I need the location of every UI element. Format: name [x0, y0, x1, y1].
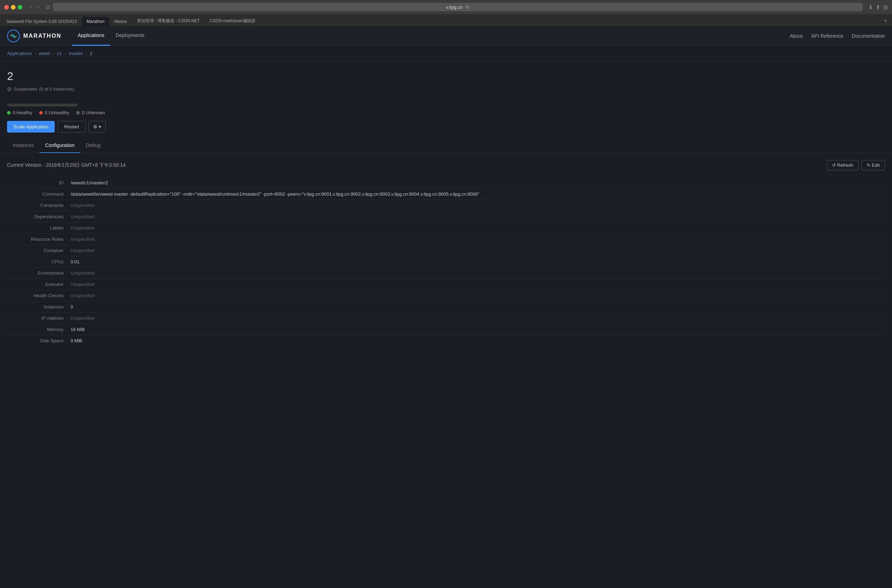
config-key: Health Checks [7, 293, 71, 298]
config-key: Dependencies [7, 214, 71, 219]
config-row: ExecutorUnspecified [7, 279, 885, 290]
breadcrumb-sep-2: › [53, 51, 54, 56]
config-key: Labels [7, 225, 71, 231]
minimize-button[interactable] [11, 5, 15, 9]
tab-configuration[interactable]: Configuration [39, 138, 80, 153]
browser-tab-1[interactable]: Marathon [81, 17, 109, 26]
refresh-button[interactable]: ↺ Refresh [827, 160, 859, 170]
fullscreen-button[interactable] [18, 5, 22, 9]
config-row: IP AddressUnspecified [7, 313, 885, 324]
config-row: Resource RolesUnspecified [7, 234, 885, 245]
config-key: Instances [7, 304, 71, 309]
app-logo: MARATHON [7, 30, 62, 42]
healthy-indicator: 0 Healthy [7, 110, 32, 115]
config-row: Instances0 [7, 302, 885, 313]
config-action-buttons: ↺ Refresh ✎ Edit [827, 160, 885, 170]
gear-icon: ⚙ [93, 124, 98, 129]
config-row: Health ChecksUnspecified [7, 290, 885, 302]
window-toggle-button[interactable]: ⊡ [46, 4, 50, 10]
breadcrumb-c1[interactable]: c1 [57, 51, 62, 56]
nav-applications[interactable]: Applications [72, 26, 110, 46]
app-status: ⊘ Suspended (0 of 0 instances) [7, 86, 885, 92]
unhealthy-dot [39, 111, 43, 115]
tab-instances[interactable]: Instances [7, 138, 39, 153]
app-header: MARATHON Applications Deployments About … [0, 26, 892, 46]
reload-button[interactable]: ↻ [465, 4, 469, 10]
breadcrumb-sep-4: › [86, 51, 87, 56]
config-value: 16 MiB [71, 327, 885, 332]
config-table: ID/weed/c1/master/2Command/data/weed/bin… [7, 177, 885, 346]
browser-titlebar: ‹ › ⊡ v.lipg.cn ↻ ⬇ ⬆ ⊞ [0, 0, 892, 14]
config-key: Memory [7, 327, 71, 332]
app-title: 2 [7, 70, 885, 83]
close-button[interactable] [4, 5, 9, 9]
back-button[interactable]: ‹ [28, 3, 34, 11]
tab-label-0: Seaweed File System 0.69 20150413 [6, 19, 77, 24]
browser-chrome: ‹ › ⊡ v.lipg.cn ↻ ⬇ ⬆ ⊞ Seaweed File Sys… [0, 0, 892, 26]
marathon-logo-icon [7, 30, 20, 42]
scale-application-button[interactable]: Scale Application [7, 121, 55, 132]
action-section: Scale Application Restart ⚙ ▾ [0, 121, 892, 138]
breadcrumb-weed[interactable]: weed [39, 51, 50, 56]
config-row: DependenciesUnspecified [7, 211, 885, 222]
browser-tab-4[interactable]: CSDN-markdown编辑器 [205, 16, 260, 26]
browser-tab-3[interactable]: 类别管理 - 博客频道 - CSDN.NET [132, 16, 205, 26]
config-row: EnvironmentUnspecified [7, 267, 885, 279]
config-row: Command/data/weed/bin/weed master -defau… [7, 189, 885, 200]
health-indicators: 0 Healthy 0 Unhealthy 0 Unknown [7, 110, 885, 115]
tab-label-2: Mesos [114, 19, 127, 24]
tabs-nav: Instances Configuration Debug [0, 138, 892, 153]
browser-tab-0[interactable]: Seaweed File System 0.69 20150413 [2, 17, 81, 26]
config-value: Unspecified [71, 293, 885, 298]
nav-deployments[interactable]: Deployments [110, 26, 150, 46]
download-button[interactable]: ⬇ [868, 4, 873, 10]
healthy-label: 0 Healthy [13, 110, 32, 115]
config-key: Container [7, 248, 71, 253]
sidebar-button[interactable]: ⊞ [883, 4, 888, 10]
url-text: v.lipg.cn [446, 4, 463, 10]
gear-dropdown-button[interactable]: ⚙ ▾ [89, 121, 106, 132]
config-value: /weed/c1/master/2 [71, 180, 885, 185]
config-section: Current Version - 2016年2月29日 GMT+8 下午3:5… [0, 153, 892, 353]
breadcrumb-applications[interactable]: Applications [7, 51, 32, 56]
status-text: Suspended [14, 86, 37, 92]
config-row: ConstraintsUnspecified [7, 200, 885, 211]
browser-tab-2[interactable]: Mesos [109, 17, 132, 26]
edit-button[interactable]: ✎ Edit [861, 160, 885, 170]
config-value: Unspecified [71, 248, 885, 253]
config-value: Unspecified [71, 225, 885, 231]
breadcrumb-current: 2 [90, 51, 92, 56]
status-detail: (0 of 0 instances) [39, 86, 74, 92]
new-tab-button[interactable]: + [880, 15, 890, 26]
header-about[interactable]: About [790, 33, 803, 39]
config-value: Unspecified [71, 203, 885, 208]
app-logo-text: MARATHON [23, 33, 62, 39]
unknown-indicator: 0 Unknown [76, 110, 105, 115]
config-key: CPUs [7, 259, 71, 264]
unhealthy-indicator: 0 Unhealthy [39, 110, 69, 115]
header-documentation[interactable]: Documentation [852, 33, 885, 39]
tab-label-4: CSDN-markdown编辑器 [210, 18, 255, 24]
breadcrumb-sep-3: › [65, 51, 66, 56]
health-section: 0 Healthy 0 Unhealthy 0 Unknown [0, 104, 892, 121]
tab-label-3: 类别管理 - 博客频道 - CSDN.NET [137, 18, 200, 24]
share-button[interactable]: ⬆ [876, 4, 880, 10]
config-value: 0 [71, 304, 885, 309]
breadcrumb: Applications › weed › c1 › master › 2 [0, 46, 892, 62]
config-row: Disk Space0 MiB [7, 335, 885, 346]
tab-debug[interactable]: Debug [80, 138, 106, 153]
breadcrumb-sep-1: › [35, 51, 36, 56]
forward-button[interactable]: › [35, 3, 41, 11]
config-key: Command [7, 191, 71, 197]
address-bar[interactable]: v.lipg.cn ↻ [53, 3, 863, 11]
header-api-reference[interactable]: API Reference [811, 33, 843, 39]
config-key: Disk Space [7, 338, 71, 344]
restart-button[interactable]: Restart [57, 121, 86, 132]
svg-point-1 [12, 34, 15, 38]
unknown-label: 0 Unknown [82, 110, 105, 115]
breadcrumb-master[interactable]: master [69, 51, 83, 56]
config-key: ID [7, 180, 71, 185]
config-row: LabelsUnspecified [7, 222, 885, 234]
main-nav: Applications Deployments [72, 26, 150, 46]
healthy-dot [7, 111, 11, 115]
